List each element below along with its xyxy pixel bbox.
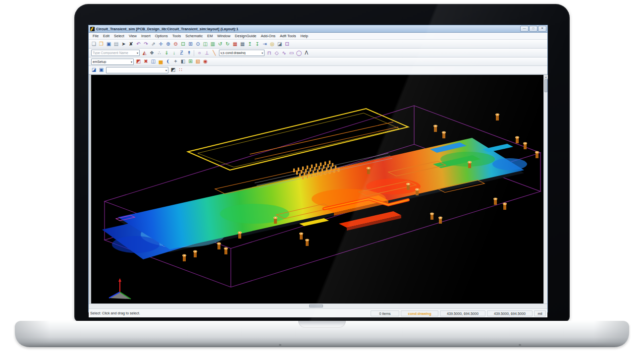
insert-path-icon[interactable]: ⊓ — [266, 50, 273, 57]
maximize-button[interactable]: □ — [529, 26, 537, 32]
tune-icon[interactable]: ✦ — [172, 58, 179, 65]
goto-layer-icon[interactable]: ⊡ — [283, 41, 291, 48]
axis-triad-icon — [109, 278, 131, 299]
menu-tools[interactable]: Tools — [170, 33, 183, 39]
em-3d-view-icon[interactable]: ⊞ — [187, 58, 194, 65]
vertical-scroll-thumb[interactable] — [544, 79, 547, 92]
component-name-combo[interactable]: Type Component Name ▾ — [91, 50, 140, 56]
insert-circle-icon[interactable]: ◯ — [295, 50, 303, 57]
component-library-icon[interactable]: ❖ — [148, 50, 156, 57]
menu-options[interactable]: Options — [153, 33, 170, 39]
em-3d-thermal-view[interactable] — [91, 75, 544, 303]
substrate-editor-icon[interactable]: ▅ — [157, 58, 164, 65]
reference-coordinates: 439.5000, 694.5000 — [487, 310, 533, 316]
em-simulate-icon[interactable]: ✖ — [142, 58, 150, 65]
menubar: FileEditSelectViewInsertOptionsToolsSche… — [89, 33, 547, 40]
probe-icon[interactable]: ◩ — [169, 66, 177, 73]
close-button[interactable]: ✕ — [538, 26, 546, 32]
insert-polygon-icon[interactable]: ◇ — [273, 50, 280, 57]
laptop-screen-bezel: Circuit_Transient_sim [PCB_Design_lib:Ci… — [74, 4, 570, 322]
part-tree-icon[interactable]: ∴ — [156, 50, 163, 57]
active-layer-indicator[interactable]: cond:drawing — [401, 310, 438, 316]
layout-canvas[interactable]: ▴ — [89, 74, 547, 303]
insert-trace-icon[interactable]: ╲ — [211, 50, 218, 57]
new-file-icon[interactable]: ❏ — [90, 41, 98, 48]
port-editor-icon[interactable]: ❨ — [164, 58, 172, 65]
menu-help[interactable]: Help — [298, 33, 310, 39]
zoom-last-icon[interactable]: ⇗ — [150, 41, 157, 48]
save-icon[interactable]: ▣ — [105, 41, 112, 48]
insert-rectangle-icon[interactable]: ▭ — [288, 50, 295, 57]
place-component-icon[interactable]: ⇓ — [163, 50, 170, 57]
window-title: Circuit_Transient_sim [PCB_Design_lib:Ci… — [96, 27, 520, 31]
undo-icon[interactable]: ↶ — [135, 41, 142, 48]
vertical-scrollbar[interactable]: ▴ — [543, 75, 547, 303]
print-icon[interactable]: ▤ — [112, 41, 120, 48]
zoom-area-icon[interactable]: ⊡ — [179, 41, 187, 48]
menu-insert[interactable]: Insert — [139, 33, 153, 39]
place-again-icon[interactable]: ↓ — [170, 50, 178, 57]
menu-select[interactable]: Select — [112, 33, 126, 39]
titlebar[interactable]: Circuit_Transient_sim [PCB_Design_lib:Ci… — [89, 25, 547, 33]
solid-3d-icon[interactable]: ▧ — [194, 58, 202, 65]
delete-icon[interactable]: ✘ — [127, 41, 135, 48]
entry-layer-combo[interactable]: v,s cond:drawing ▾ — [219, 50, 265, 56]
units-indicator: mil — [534, 310, 546, 316]
layer-swap-icon[interactable]: ◪ — [276, 41, 283, 48]
rotate-cw-icon[interactable]: ↻ — [224, 41, 231, 48]
annotation-combo[interactable]: ▾ — [106, 67, 168, 73]
menu-schematic[interactable]: Schematic — [183, 33, 205, 39]
statusbar: Select: Click and drag to select. 0 item… — [89, 308, 547, 317]
menu-file[interactable]: File — [91, 33, 101, 39]
horizontal-scrollbar[interactable] — [89, 303, 547, 308]
menu-view[interactable]: View — [127, 33, 139, 39]
wire-down-icon[interactable]: ↧ — [254, 41, 261, 48]
em-setup-combo[interactable]: emSetup ▾ — [91, 59, 134, 65]
menu-window[interactable]: Window — [215, 33, 232, 39]
horizontal-scroll-thumb[interactable] — [309, 304, 323, 307]
zoom-out-icon[interactable]: ⊖ — [172, 41, 179, 48]
redo-icon[interactable]: ↷ — [142, 41, 150, 48]
push-into-icon[interactable]: Ƶ — [178, 50, 185, 57]
rotate-ccw-icon[interactable]: ↺ — [216, 41, 224, 48]
wire-up-icon[interactable]: ↥ — [246, 41, 254, 48]
snap-grid-icon[interactable]: ∷ — [177, 66, 184, 73]
scroll-up-icon[interactable]: ▴ — [544, 75, 548, 79]
laptop-foot — [519, 344, 521, 346]
open-folder-icon[interactable]: ❒ — [98, 41, 105, 48]
zoom-point-icon[interactable]: ⊙ — [194, 41, 202, 48]
minimize-button[interactable]: — — [520, 26, 529, 32]
ads-layout-window: Circuit_Transient_sim [PCB_Design_lib:Ci… — [88, 25, 548, 312]
insert-arc-icon[interactable]: ∿ — [280, 50, 288, 57]
menu-em[interactable]: EM — [205, 33, 215, 39]
em-setup-icon[interactable]: ◩ — [135, 58, 142, 65]
preview-3d-icon[interactable]: ◧ — [179, 58, 187, 65]
zoom-fit-icon[interactable]: ⊞ — [187, 41, 194, 48]
insert-pin-icon[interactable]: ○ — [196, 50, 203, 57]
pop-out-icon[interactable]: ↟ — [185, 50, 193, 57]
menu-add-ons[interactable]: Add-Ons — [259, 33, 277, 39]
far-field-icon[interactable]: ◉ — [202, 58, 209, 65]
app-logo-icon — [90, 27, 95, 31]
layer-visibility-icon[interactable]: ▦ — [231, 41, 239, 48]
momentum-viewer-icon[interactable]: ◫ — [150, 58, 157, 65]
insert-text-icon[interactable]: Λ — [303, 50, 310, 57]
toolbar-main: ❏❒▣▤➤✘↶↷⇗✛⊕⊖⊡⊞⊙◫▥↺↻▦▦↥↧⇥◎◪⊡ — [89, 40, 547, 49]
menu-designguide[interactable]: DesignGuide — [233, 33, 258, 39]
status-message: Select: Click and drag to select. — [90, 311, 369, 315]
via-icon[interactable]: ◎ — [268, 41, 276, 48]
view-window-icon[interactable]: ▥ — [209, 41, 216, 48]
menu-edit[interactable]: Edit — [101, 33, 111, 39]
save-state-icon[interactable]: ▣ — [98, 66, 105, 73]
menu-adfi-tools[interactable]: Adfi Tools — [278, 33, 298, 39]
select-cursor-icon[interactable]: ➤ — [120, 41, 127, 48]
library-browser-icon[interactable]: ◭ — [141, 50, 148, 57]
view-all-icon[interactable]: ◫ — [202, 41, 209, 48]
eraser-icon[interactable]: ◪ — [90, 66, 98, 73]
insert-ground-icon[interactable]: ⊥ — [203, 50, 211, 57]
zoom-in-icon[interactable]: ⊕ — [164, 41, 172, 48]
pcb-board-thermal — [118, 138, 527, 249]
layer-editor-icon[interactable]: ▦ — [239, 41, 246, 48]
wire-into-icon[interactable]: ⇥ — [261, 41, 268, 48]
pan-icon[interactable]: ✛ — [157, 41, 164, 48]
